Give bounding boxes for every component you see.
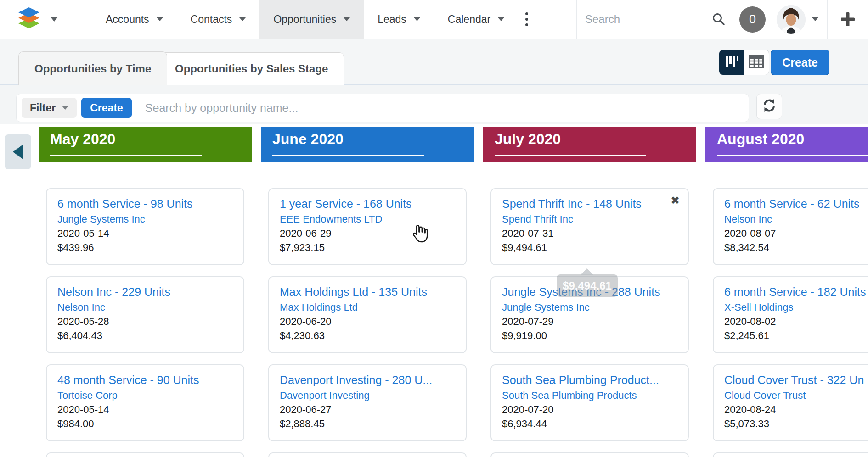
opportunity-card[interactable]: South Sea Plumbing Product...South Sea P… (490, 364, 689, 441)
kanban-view-button[interactable] (719, 50, 744, 75)
app-window: AccountsContactsOpportunitiesLeadsCalend… (0, 0, 868, 457)
nav-item-contacts[interactable]: Contacts (177, 0, 260, 39)
account-name-link[interactable]: Spend Thrift Inc (502, 212, 677, 226)
suitecrm-logo-icon (17, 6, 40, 32)
opportunity-name-link[interactable]: Davenport Investing - 280 U... (280, 372, 455, 388)
create-button[interactable]: Create (771, 50, 829, 75)
opportunity-card[interactable]: 6 month Service - 98 UnitsJungle Systems… (46, 188, 244, 265)
table-icon (749, 55, 764, 70)
kanban-column: July 2020Spend Thrift Inc - 148 UnitsSpe… (483, 124, 696, 457)
opportunity-card[interactable]: Max Holdings Ltd - 135 UnitsMax Holdings… (268, 276, 467, 353)
column-header: August 2020 (705, 127, 868, 162)
chevron-down-icon (51, 17, 58, 22)
notification-count-badge[interactable]: 0 (739, 6, 766, 33)
account-name-link[interactable]: Jungle Systems Inc (57, 212, 233, 226)
opportunity-name-link[interactable]: 1 year Service - 168 Units (280, 196, 455, 212)
arrow-left-icon (13, 145, 23, 159)
close-date: 2020-05-14 (57, 402, 233, 417)
quick-create-plus-icon[interactable] (828, 11, 868, 28)
opportunity-name-link[interactable]: Cloud Cover Trust - 322 Un (724, 372, 868, 388)
opportunity-card-partial[interactable] (713, 452, 868, 457)
tab-opportunities-by-time[interactable]: Opportunities by Time (18, 51, 167, 85)
scroll-left-button[interactable] (5, 134, 31, 169)
close-date: 2020-08-07 (724, 226, 868, 240)
column-title-underline (717, 155, 868, 156)
close-date: 2020-08-24 (724, 402, 868, 417)
opportunity-card-partial[interactable] (268, 452, 467, 457)
column-title-underline (50, 155, 202, 156)
nav-item-opportunities[interactable]: Opportunities (259, 0, 364, 39)
account-name-link[interactable]: Cloud Cover Trust (724, 388, 868, 402)
opportunity-amount: $439.96 (57, 240, 233, 255)
opportunity-card-partial[interactable] (490, 452, 689, 457)
nav-item-label: Leads (378, 13, 406, 26)
close-date: 2020-06-27 (280, 402, 455, 417)
account-name-link[interactable]: Jungle Systems Inc (502, 300, 677, 314)
divider (576, 0, 577, 39)
close-date: 2020-05-28 (57, 314, 233, 329)
opportunity-search-input[interactable] (144, 101, 744, 115)
nav-item-label: Opportunities (273, 13, 336, 26)
opportunity-name-link[interactable]: 6 month Service - 62 Units (724, 196, 868, 212)
user-menu[interactable] (771, 5, 827, 34)
opportunity-card[interactable]: Cloud Cover Trust - 322 UnCloud Cover Tr… (713, 364, 868, 441)
opportunity-card[interactable]: 6 month Service - 62 UnitsNelson Inc2020… (713, 188, 868, 265)
close-date: 2020-07-31 (502, 226, 677, 240)
opportunity-amount: $9,494.61 (502, 240, 677, 255)
search-icon[interactable] (704, 12, 734, 26)
account-name-link[interactable]: South Sea Plumbing Products (502, 388, 677, 402)
tab-opportunities-by-sales-stage[interactable]: Opportunities by Sales Stage (159, 52, 344, 85)
chevron-down-icon (62, 106, 68, 110)
account-name-link[interactable]: EEE Endowments LTD (280, 212, 455, 226)
nav-item-label: Calendar (448, 13, 490, 26)
account-name-link[interactable]: Nelson Inc (724, 212, 868, 226)
opportunity-name-link[interactable]: 6 month Service - 182 Units (724, 284, 868, 300)
opportunity-amount: $2,888.45 (280, 417, 455, 431)
account-name-link[interactable]: X-Sell Holdings (724, 300, 868, 314)
opportunity-card[interactable]: Davenport Investing - 280 U...Davenport … (268, 364, 467, 441)
opportunity-name-link[interactable]: Jungle Systems Inc - 288 Units (502, 284, 677, 300)
account-name-link[interactable]: Max Holdings Ltd (280, 300, 455, 314)
opportunity-card[interactable]: Nelson Inc - 229 UnitsNelson Inc2020-05-… (46, 276, 244, 353)
top-navbar: AccountsContactsOpportunitiesLeadsCalend… (0, 0, 868, 39)
opportunity-card-partial[interactable] (46, 452, 244, 457)
opportunity-name-link[interactable]: Nelson Inc - 229 Units (57, 284, 233, 300)
opportunity-amount: $2,245.61 (724, 329, 868, 343)
app-menu-button[interactable] (0, 0, 70, 39)
close-icon[interactable]: ✖ (671, 194, 680, 207)
opportunity-name-link[interactable]: 6 month Service - 98 Units (57, 196, 233, 212)
refresh-button[interactable] (756, 94, 782, 119)
navbar-right: 0 (576, 0, 868, 39)
chevron-down-icon (239, 17, 246, 21)
filter-create-button[interactable]: Create (81, 98, 132, 118)
opportunity-card[interactable]: 6 month Service - 182 UnitsX-Sell Holdin… (713, 276, 868, 353)
refresh-icon (761, 98, 777, 115)
opportunity-card[interactable]: Jungle Systems Inc - 288 UnitsJungle Sys… (490, 276, 689, 353)
opportunity-name-link[interactable]: Spend Thrift Inc - 148 Units (502, 196, 677, 212)
opportunity-card[interactable]: Spend Thrift Inc - 148 UnitsSpend Thrift… (490, 188, 689, 265)
nav-item-accounts[interactable]: Accounts (92, 0, 177, 39)
more-modules-kebab-icon[interactable] (518, 0, 535, 39)
close-date: 2020-05-14 (57, 226, 233, 240)
account-name-link[interactable]: Nelson Inc (57, 300, 233, 314)
account-name-link[interactable]: Davenport Investing (280, 388, 455, 402)
nav-item-label: Accounts (106, 13, 149, 26)
opportunity-amount: $984.00 (57, 417, 233, 431)
opportunity-name-link[interactable]: 48 month Service - 90 Units (57, 372, 233, 388)
filter-dropdown-button[interactable]: Filter (22, 98, 77, 118)
account-name-link[interactable]: Tortoise Corp (57, 388, 233, 402)
filter-section: Filter Create (0, 85, 868, 124)
opportunity-card[interactable]: 48 month Service - 90 UnitsTortoise Corp… (46, 364, 244, 441)
nav-item-calendar[interactable]: Calendar (434, 0, 518, 39)
opportunity-amount: $6,404.43 (57, 329, 233, 343)
opportunity-card[interactable]: 1 year Service - 168 UnitsEEE Endowments… (268, 188, 467, 265)
opportunity-name-link[interactable]: South Sea Plumbing Product... (502, 372, 677, 388)
view-tabs-bar: Opportunities by Time Opportunities by S… (0, 39, 868, 85)
opportunity-name-link[interactable]: Max Holdings Ltd - 135 Units (280, 284, 455, 300)
global-search-input[interactable] (584, 12, 704, 26)
nav-item-leads[interactable]: Leads (364, 0, 434, 39)
column-title-underline (495, 155, 646, 156)
avatar (777, 5, 806, 34)
opportunity-amount: $4,230.63 (280, 329, 455, 343)
table-view-button[interactable] (744, 50, 769, 75)
